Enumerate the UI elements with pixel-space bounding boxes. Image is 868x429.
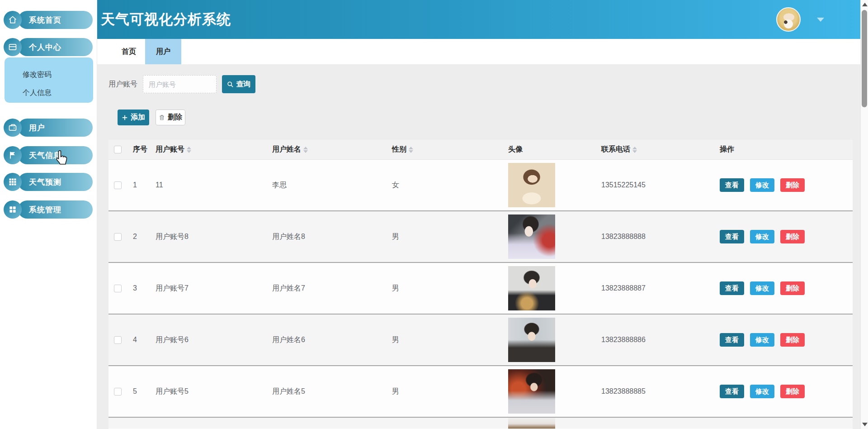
view-button[interactable]: 查看 [720, 281, 744, 295]
wallet-icon [4, 119, 22, 137]
select-all-checkbox[interactable] [114, 146, 122, 153]
sidebar-item-label: 用户 [29, 123, 45, 133]
row-delete-button[interactable]: 删除 [780, 333, 805, 347]
edit-button[interactable]: 修改 [750, 385, 774, 398]
column-header-account[interactable]: 用户账号 [156, 140, 191, 159]
sort-icon[interactable] [303, 147, 308, 153]
sidebar-item-change-password[interactable]: 修改密码 [23, 69, 52, 80]
grid-nine-icon [4, 173, 22, 191]
view-button[interactable]: 查看 [720, 230, 744, 243]
sidebar-item-label: 天气信息 [29, 150, 61, 161]
sidebar-item-system-admin[interactable]: 系统管理 [0, 200, 97, 219]
table-row: 5 用户账号5 用户姓名5 男 13823888885 查看 修改 删除 [108, 366, 853, 418]
cell-name: 用户姓名6 [272, 315, 305, 365]
cell-phone: 13515225145 [601, 160, 646, 210]
cell-phone: 13823888888 [601, 211, 646, 262]
row-delete-button[interactable]: 删除 [780, 281, 805, 295]
cell-index: 1 [133, 160, 137, 210]
row-delete-button[interactable]: 删除 [780, 178, 805, 192]
row-checkbox[interactable] [114, 181, 122, 189]
user-avatar [508, 318, 555, 362]
add-button[interactable]: 添加 [118, 110, 149, 125]
user-avatar [508, 418, 555, 429]
search-input[interactable] [143, 75, 217, 93]
users-table: 序号 用户账号 用户姓名 性别 头像 联系电话 操作 1 [108, 140, 853, 429]
view-button[interactable]: 查看 [720, 178, 744, 192]
table-row: 2 用户账号8 用户姓名8 男 13823888888 查看 修改 删除 [108, 211, 853, 263]
header: 天气可视化分析系统 [97, 0, 860, 39]
row-checkbox[interactable] [114, 285, 122, 292]
cell-gender: 女 [392, 160, 399, 210]
tab-home[interactable]: 首页 [113, 39, 144, 64]
sidebar-item-users[interactable]: 用户 [0, 119, 97, 137]
user-avatar [508, 214, 555, 259]
sidebar-submenu: 修改密码 个人信息 [5, 57, 93, 103]
cell-index: 4 [133, 315, 137, 365]
cell-name: 用户姓名5 [272, 366, 305, 417]
table-row: 3 用户账号7 用户姓名7 男 13823888887 查看 修改 删除 [108, 263, 853, 315]
column-header-avatar: 头像 [508, 140, 523, 159]
cell-name: 用户姓名8 [272, 211, 305, 262]
cell-gender: 男 [392, 211, 399, 262]
avatar[interactable] [776, 7, 801, 32]
cell-account: 用户账号8 [156, 211, 189, 262]
search-button[interactable]: 查询 [222, 75, 255, 93]
tab-users[interactable]: 用户 [145, 39, 181, 64]
cell-gender: 男 [392, 315, 399, 365]
table-row: 4 用户账号6 用户姓名6 男 13823888886 查看 修改 删除 [108, 315, 853, 366]
plus-icon [122, 114, 128, 121]
edit-button[interactable]: 修改 [750, 333, 774, 347]
scroll-down-icon[interactable] [862, 423, 868, 426]
sidebar-item-weather-forecast[interactable]: 天气预测 [0, 173, 97, 191]
search-icon [227, 81, 234, 88]
row-checkbox[interactable] [114, 233, 122, 241]
scrollbar-thumb[interactable] [862, 10, 867, 107]
chevron-down-icon[interactable] [817, 18, 824, 22]
grid-four-icon [4, 200, 22, 219]
row-delete-button[interactable]: 删除 [780, 385, 805, 398]
cell-index: 3 [133, 263, 137, 314]
sort-icon[interactable] [632, 147, 637, 153]
toolbar: 添加 删除 [118, 110, 185, 125]
column-header-gender[interactable]: 性别 [392, 140, 413, 159]
page-title: 天气可视化分析系统 [101, 10, 231, 29]
row-delete-button[interactable]: 删除 [780, 230, 805, 243]
view-button[interactable]: 查看 [720, 333, 744, 347]
main-content: 用户账号 查询 添加 删除 序号 用户账号 [97, 64, 860, 429]
sort-icon[interactable] [187, 147, 191, 153]
sidebar: 系统首页 个人中心 修改密码 个人信息 用户 天气信息 [0, 0, 97, 429]
sidebar-item-label: 天气预测 [29, 177, 61, 187]
sidebar-item-personal-center[interactable]: 个人中心 [0, 38, 97, 56]
row-checkbox[interactable] [114, 388, 122, 396]
search-row: 用户账号 查询 [108, 75, 255, 93]
edit-button[interactable]: 修改 [750, 230, 774, 243]
sort-icon[interactable] [409, 147, 413, 153]
table-row-partial [108, 418, 853, 429]
edit-button[interactable]: 修改 [750, 281, 774, 295]
sidebar-item-weather-info[interactable]: 天气信息 [0, 146, 97, 164]
column-header-phone[interactable]: 联系电话 [601, 140, 637, 159]
user-avatar [508, 163, 555, 207]
table-header-row: 序号 用户账号 用户姓名 性别 头像 联系电话 操作 [108, 140, 853, 160]
delete-button[interactable]: 删除 [156, 110, 185, 125]
column-header-name[interactable]: 用户姓名 [272, 140, 308, 159]
cell-name: 李思 [272, 160, 287, 210]
trash-icon [159, 114, 165, 121]
cell-index: 2 [133, 211, 137, 262]
cell-gender: 男 [392, 263, 399, 314]
sidebar-item-home[interactable]: 系统首页 [0, 11, 97, 29]
cell-index: 5 [133, 366, 137, 417]
sidebar-item-label: 系统首页 [29, 15, 61, 25]
scrollbar[interactable] [860, 0, 868, 429]
home-icon [4, 11, 22, 29]
row-checkbox[interactable] [114, 336, 122, 344]
view-button[interactable]: 查看 [720, 385, 744, 398]
user-area [776, 7, 824, 32]
edit-button[interactable]: 修改 [750, 178, 774, 192]
sidebar-item-label: 个人中心 [29, 42, 61, 52]
sidebar-item-profile[interactable]: 个人信息 [23, 87, 52, 98]
tab-bar: 首页 用户 [97, 39, 860, 64]
card-icon [4, 38, 22, 56]
scroll-up-icon[interactable] [862, 3, 868, 6]
cell-name: 用户姓名7 [272, 263, 305, 314]
